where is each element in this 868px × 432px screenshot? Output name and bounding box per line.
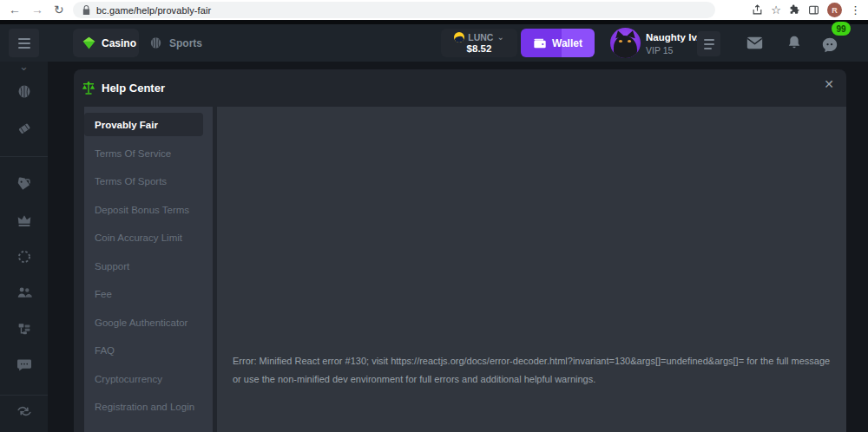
page-body: ⌄ (0, 62, 868, 432)
scale-icon (81, 81, 96, 96)
avatar-creature (614, 36, 637, 58)
list-icon (704, 39, 714, 49)
help-center-modal: Help Center ✕ Provably Fair Terms Of Ser… (74, 69, 846, 432)
menu-item-fee[interactable]: Fee (84, 282, 203, 305)
user-name: Naughty Iv... (646, 32, 705, 43)
address-bar[interactable]: bc.game/help/provably-fair (73, 2, 715, 18)
lock-icon (82, 5, 90, 15)
browser-profile-avatar[interactable]: R (827, 3, 842, 17)
user-vip-level: VIP 15 (646, 45, 673, 56)
bet-ticket-icon[interactable] (16, 121, 32, 136)
menu-item-cryptocurrency[interactable]: Cryptocurrency (84, 367, 203, 390)
sports-shell-icon (149, 36, 162, 49)
forum-chat-icon[interactable] (16, 358, 32, 372)
menu-item-terms-of-service[interactable]: Terms Of Service (84, 141, 203, 165)
chat-unread-badge: 99 (832, 22, 851, 36)
menu-item-terms-of-sports[interactable]: Terms Of Sports (84, 169, 203, 193)
menu-item-registration-login[interactable]: Registration and Login (84, 395, 203, 418)
url-text: bc.game/help/provably-fair (96, 5, 211, 16)
help-menu: Provably Fair Terms Of Service Terms Of … (84, 107, 213, 432)
rail-divider (0, 156, 48, 157)
vip-crown-icon[interactable] (16, 213, 32, 227)
inbox-icon[interactable] (746, 36, 763, 49)
casino-label: Casino (102, 37, 136, 49)
menu-item-deposit-bonus-terms[interactable]: Deposit Bonus Terms (84, 198, 203, 221)
promotions-tags-icon[interactable] (16, 177, 32, 193)
help-content: Error: Minified React error #130; visit … (217, 107, 846, 432)
back-icon[interactable]: ← (9, 1, 21, 18)
currency-amount: $8.52 (441, 43, 517, 54)
menu-item-bcswap-policy[interactable]: BCSwap Policy (84, 423, 203, 432)
bc-gem-icon (82, 36, 95, 49)
side-panel-icon[interactable] (808, 4, 819, 16)
hamburger-icon (18, 38, 30, 49)
modal-header: Help Center ✕ (74, 69, 846, 107)
extensions-icon[interactable] (789, 4, 800, 16)
sports-label: Sports (169, 37, 202, 49)
top-nav: Casino Sports LUNC ⌄ $8.52 Wallet (0, 24, 868, 62)
sports-tab[interactable]: Sports (149, 29, 202, 57)
swap-hands-icon[interactable] (16, 405, 32, 417)
wallet-button[interactable]: Wallet (521, 29, 595, 57)
sidebar-toggle-button[interactable] (9, 29, 39, 57)
left-icon-rail: ⌄ (0, 62, 48, 432)
menu-item-google-authenticator[interactable]: Google Authenticator (84, 311, 203, 334)
user-avatar[interactable] (610, 28, 641, 58)
currency-code: LUNC (468, 32, 493, 43)
user-menu-button[interactable] (697, 31, 720, 56)
chevron-down-icon[interactable]: ⌄ (19, 60, 29, 73)
chevron-down-icon: ⌄ (496, 34, 503, 41)
currency-selector[interactable]: LUNC ⌄ $8.52 (441, 29, 517, 57)
rail-divider (0, 395, 48, 396)
bookmark-star-icon[interactable]: ☆ (771, 3, 781, 16)
share-icon[interactable] (752, 4, 763, 16)
browser-menu-icon[interactable]: ⋮ (850, 3, 861, 16)
casino-tab[interactable]: Casino (73, 29, 139, 57)
modal-title: Help Center (102, 82, 165, 95)
menu-item-coin-accuracy-limit[interactable]: Coin Accuracy Limit (84, 226, 203, 249)
affiliate-friends-icon[interactable] (16, 285, 32, 299)
wallet-label: Wallet (552, 37, 582, 49)
menu-item-provably-fair[interactable]: Provably Fair (84, 113, 203, 136)
lunc-coin-icon (454, 32, 464, 43)
react-error-message: Error: Minified React error #130; visit … (233, 352, 840, 389)
menu-item-support[interactable]: Support (84, 254, 203, 278)
forward-icon[interactable]: → (31, 1, 43, 18)
sports-shell-icon[interactable] (16, 84, 31, 99)
menu-item-faq[interactable]: FAQ (84, 338, 203, 362)
notifications-bell-icon[interactable] (787, 35, 801, 50)
screen: ← → ↻ bc.game/help/provably-fair ☆ R ⋮ (0, 0, 868, 432)
chat-icon[interactable] (821, 37, 838, 53)
browser-chrome: ← → ↻ bc.game/help/provably-fair ☆ R ⋮ (0, 0, 868, 20)
rank-structure-icon[interactable] (16, 322, 32, 337)
token-circle-icon[interactable] (16, 249, 32, 265)
close-icon[interactable]: ✕ (824, 78, 834, 90)
wallet-icon (533, 37, 547, 49)
refresh-icon[interactable]: ↻ (54, 1, 64, 18)
